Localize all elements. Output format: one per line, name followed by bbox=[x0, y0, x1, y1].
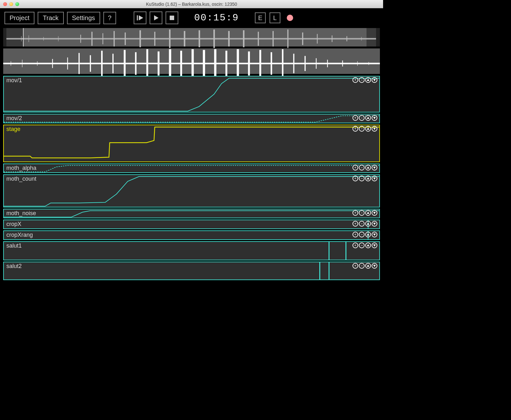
event-marker bbox=[319, 262, 320, 279]
track-up-button[interactable] bbox=[365, 165, 371, 170]
svg-rect-3 bbox=[170, 16, 174, 20]
svg-rect-39 bbox=[112, 54, 114, 73]
zoom-window-button[interactable] bbox=[15, 2, 19, 6]
track-plus-button[interactable]: + bbox=[352, 232, 358, 237]
svg-rect-11 bbox=[102, 33, 103, 44]
main-waveform[interactable] bbox=[3, 48, 380, 74]
help-button[interactable]: ? bbox=[103, 12, 116, 24]
l-mode-button[interactable]: L bbox=[270, 12, 280, 23]
track-plus-button[interactable]: + bbox=[352, 77, 358, 83]
track-plus-button[interactable]: + bbox=[352, 263, 358, 269]
track-up-button[interactable] bbox=[365, 115, 371, 121]
play-from-start-button[interactable] bbox=[134, 11, 146, 24]
track-minus-button[interactable]: − bbox=[359, 232, 365, 237]
track-plus-button[interactable]: + bbox=[352, 176, 358, 181]
track-moth-count[interactable]: moth_count + − bbox=[3, 174, 380, 207]
play-button[interactable] bbox=[150, 11, 162, 24]
track-up-button[interactable] bbox=[365, 243, 371, 248]
svg-rect-45 bbox=[180, 51, 182, 76]
track-label: mov/1 bbox=[6, 77, 22, 84]
track-controls: + − bbox=[352, 221, 377, 227]
track-salut1[interactable]: salut1 + − bbox=[3, 241, 380, 260]
svg-rect-50 bbox=[237, 49, 239, 78]
track-up-button[interactable] bbox=[365, 263, 371, 269]
svg-rect-38 bbox=[101, 51, 103, 76]
track-up-button[interactable] bbox=[365, 126, 371, 132]
track-minus-button[interactable]: − bbox=[359, 126, 365, 132]
track-minus-button[interactable]: − bbox=[359, 221, 365, 227]
svg-rect-21 bbox=[243, 30, 245, 47]
event-marker bbox=[329, 242, 330, 260]
track-stage[interactable]: stage + − bbox=[3, 125, 380, 162]
track-cropxrang[interactable]: cropXrang + − bbox=[3, 230, 380, 240]
track-minus-button[interactable]: − bbox=[359, 165, 365, 170]
svg-rect-8 bbox=[58, 36, 58, 41]
track-minus-button[interactable]: − bbox=[359, 210, 365, 216]
track-down-button[interactable] bbox=[372, 126, 377, 132]
track-plus-button[interactable]: + bbox=[352, 221, 358, 227]
track-minus-button[interactable]: − bbox=[359, 263, 365, 269]
svg-rect-12 bbox=[114, 31, 115, 47]
track-plus-button[interactable]: + bbox=[352, 165, 358, 170]
automation-curve-icon bbox=[4, 76, 379, 112]
stop-button[interactable] bbox=[166, 11, 178, 24]
close-window-button[interactable] bbox=[3, 2, 7, 6]
track-plus-button[interactable]: + bbox=[352, 210, 358, 216]
track-down-button[interactable] bbox=[372, 263, 377, 269]
track-moth-alpha[interactable]: moth_alpha + − bbox=[3, 163, 380, 173]
track-down-button[interactable] bbox=[372, 165, 377, 170]
track-plus-button[interactable]: + bbox=[352, 126, 358, 132]
svg-marker-74 bbox=[367, 222, 369, 225]
svg-marker-76 bbox=[367, 233, 369, 235]
track-label: cropX bbox=[6, 221, 21, 228]
track-down-button[interactable] bbox=[372, 221, 377, 227]
svg-marker-62 bbox=[367, 79, 369, 81]
track-down-button[interactable] bbox=[372, 243, 377, 248]
svg-rect-0 bbox=[137, 15, 138, 20]
stop-icon bbox=[168, 14, 176, 22]
track-salut2[interactable]: salut2 + − bbox=[3, 262, 380, 280]
track-minus-button[interactable]: − bbox=[359, 176, 365, 181]
svg-rect-36 bbox=[78, 53, 80, 74]
track-cropx[interactable]: cropX + − bbox=[3, 220, 380, 229]
track-moth-noise[interactable]: moth_noise + − bbox=[3, 209, 380, 218]
track-down-button[interactable] bbox=[372, 210, 377, 216]
svg-rect-19 bbox=[213, 30, 215, 48]
track-menu[interactable]: Track bbox=[38, 12, 63, 24]
track-down-button[interactable] bbox=[372, 77, 377, 83]
svg-rect-51 bbox=[248, 51, 250, 76]
svg-rect-18 bbox=[199, 30, 200, 47]
track-up-button[interactable] bbox=[365, 176, 371, 181]
track-up-button[interactable] bbox=[365, 77, 371, 83]
play-icon bbox=[152, 14, 160, 22]
record-indicator-icon[interactable] bbox=[287, 15, 293, 21]
track-plus-button[interactable]: + bbox=[352, 243, 358, 248]
track-down-button[interactable] bbox=[372, 115, 377, 121]
track-minus-button[interactable]: − bbox=[359, 115, 365, 121]
svg-rect-25 bbox=[302, 33, 303, 45]
svg-rect-60 bbox=[357, 61, 358, 66]
track-controls: + − bbox=[352, 232, 377, 237]
tracks-panel: mov/1 + − mov/2 + − stage + − bbox=[3, 76, 380, 280]
minimize-window-button[interactable] bbox=[9, 2, 13, 6]
track-mov-1[interactable]: mov/1 + − bbox=[3, 76, 380, 112]
track-minus-button[interactable]: − bbox=[359, 77, 365, 83]
track-up-button[interactable] bbox=[365, 210, 371, 216]
svg-rect-56 bbox=[305, 56, 306, 71]
track-down-button[interactable] bbox=[372, 232, 377, 237]
svg-marker-66 bbox=[367, 127, 369, 130]
svg-rect-47 bbox=[203, 50, 205, 77]
overview-playhead[interactable] bbox=[23, 28, 24, 47]
svg-rect-29 bbox=[361, 37, 362, 41]
track-up-button[interactable] bbox=[365, 221, 371, 227]
settings-menu[interactable]: Settings bbox=[67, 12, 100, 24]
track-minus-button[interactable]: − bbox=[359, 243, 365, 248]
track-mov-2[interactable]: mov/2 + − bbox=[3, 114, 380, 123]
track-plus-button[interactable]: + bbox=[352, 115, 358, 121]
overview-timeline[interactable] bbox=[3, 28, 380, 47]
e-mode-button[interactable]: E bbox=[255, 12, 266, 23]
track-up-button[interactable] bbox=[365, 232, 371, 237]
svg-rect-54 bbox=[282, 49, 284, 78]
project-menu[interactable]: Project bbox=[4, 12, 34, 24]
track-down-button[interactable] bbox=[372, 176, 377, 181]
